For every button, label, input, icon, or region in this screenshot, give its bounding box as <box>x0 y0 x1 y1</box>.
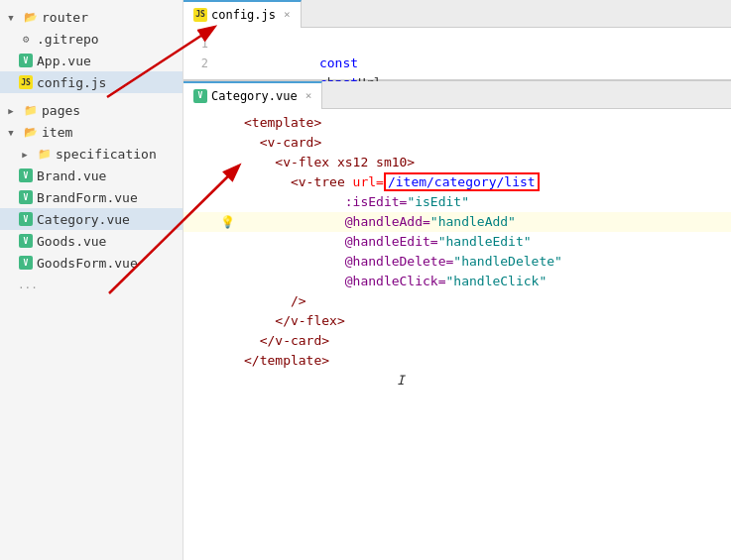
sidebar-item-configjs[interactable]: JS config.js <box>0 71 183 93</box>
code-line-handledelete: @handleDelete="handleDelete" <box>183 252 731 272</box>
bind-handleedit-val: "handleEdit" <box>438 234 532 249</box>
sidebar-item-goodsformvue[interactable]: V GoodsForm.vue <box>0 252 183 274</box>
sidebar-item-brandvue[interactable]: V Brand.vue <box>0 165 183 186</box>
sidebar-label-goodsformvue: GoodsForm.vue <box>37 256 138 271</box>
sidebar-label-categoryvue: Category.vue <box>37 212 130 227</box>
code-line-2: 2 const config = { <box>183 54 731 73</box>
lc-template: <template> <box>236 113 731 133</box>
sidebar-label-pages: pages <box>42 103 80 118</box>
bulb-icon <box>220 212 235 232</box>
code-line-vcard-close: </v-card> <box>183 331 731 351</box>
code-area-bottom: <template> <v-card> <v-flex xs12 sm10> <box>183 109 731 560</box>
tab-bar-bottom: V Category.vue × <box>183 81 731 109</box>
lc-vflex-close: </v-flex> <box>236 311 731 331</box>
tag-template-open: <template> <box>244 115 321 130</box>
tag-vflex: <v-flex xs12 sm10> <box>275 155 415 169</box>
lc-selfclose: /> <box>236 291 731 311</box>
editor-panel-bottom: V Category.vue × <template> <v-card> <box>183 81 731 560</box>
sidebar-label-appvue: App.vue <box>37 54 91 68</box>
editor-panel-top: JS config.js × 1 const baseUrl = http://… <box>183 0 731 81</box>
attr-url: url= <box>353 174 384 189</box>
gutter-t6 <box>218 212 236 232</box>
vue-tab-icon: V <box>193 89 207 103</box>
lc-handleadd: @handleAdd="handleAdd" <box>236 212 731 232</box>
text-cursor: I <box>397 373 405 388</box>
tab-categoryvue[interactable]: V Category.vue × <box>183 81 322 109</box>
code-line-1: 1 const baseUrl = http://api.liuxiaoai.c… <box>183 34 731 54</box>
sidebar-item-specification[interactable]: specification <box>0 143 183 165</box>
sidebar-item-item[interactable]: item <box>0 121 183 143</box>
gitrepo-icon <box>18 31 34 47</box>
code-line-selfclose: /> <box>183 291 731 311</box>
folder-open-icon <box>23 9 39 25</box>
tab-configjs[interactable]: JS config.js × <box>183 0 302 28</box>
vue-icon-brand: V <box>18 168 34 183</box>
sidebar-label-brandformvue: BrandForm.vue <box>37 190 138 205</box>
chevron-right-icon-spec <box>18 146 34 162</box>
chevron-down-icon-item <box>4 124 20 140</box>
sidebar-label-gitrepo: .gitrepo <box>37 32 99 47</box>
line-num-2: 2 <box>183 54 218 73</box>
bind-handleadd-attr: @handleAdd= <box>345 214 430 229</box>
lc-handleclick: @handleClick="handleClick" <box>236 272 731 291</box>
code-line-vcard: <v-card> <box>183 133 731 153</box>
vue-icon-app: V <box>18 53 34 68</box>
vue-icon-brandform: V <box>18 189 34 205</box>
bind-handleedit-attr: @handleEdit= <box>345 234 438 249</box>
vue-icon-goods: V <box>18 233 34 249</box>
lc-vtree: <v-tree url=/item/category/list <box>236 172 731 192</box>
bind-handleclick-attr: @handleClick= <box>345 274 446 288</box>
js-icon-config: JS <box>18 74 34 90</box>
sidebar-item-brandformvue[interactable]: V BrandForm.vue <box>0 186 183 208</box>
sidebar-label-configjs: config.js <box>37 75 106 90</box>
bind-handleclick-val: "handleClick" <box>446 274 548 288</box>
sidebar-item-router[interactable]: router <box>0 6 183 28</box>
js-tab-icon: JS <box>193 8 207 22</box>
lc-handleedit: @handleEdit="handleEdit" <box>236 232 731 252</box>
tag-vcard-close: </v-card> <box>260 333 329 348</box>
sidebar-item-gitrepo[interactable]: .gitrepo <box>0 28 183 50</box>
sidebar-item-goodsvue[interactable]: V Goods.vue <box>0 230 183 252</box>
bind-isedit-val: "isEdit" <box>407 194 469 209</box>
vue-icon-category: V <box>18 211 34 227</box>
tab-categoryvue-label: Category.vue <box>211 89 298 103</box>
folder-open-icon-item <box>23 124 39 140</box>
code-line-handleadd: @handleAdd="handleAdd" <box>183 212 731 232</box>
code-line-handleclick: @handleClick="handleClick" <box>183 272 731 291</box>
sidebar-item-appvue[interactable]: V App.vue <box>0 50 183 71</box>
lc-vcard: <v-card> <box>236 133 731 153</box>
tag-vtree: <v-tree <box>291 174 345 189</box>
sidebar-more-dots: ... <box>18 279 38 291</box>
sidebar-item-pages[interactable]: pages <box>0 99 183 121</box>
tag-vcard-open: <v-card> <box>260 135 322 150</box>
code-line-template-close: </template> I <box>183 351 731 371</box>
vue-icon-goodsform: V <box>18 255 34 271</box>
lc-vcard-close: </v-card> <box>236 331 731 351</box>
tab-categoryvue-close[interactable]: × <box>305 89 312 102</box>
lc-vflex: <v-flex xs12 sm10> <box>236 153 731 172</box>
code-line-vflex-close: </v-flex> <box>183 311 731 331</box>
tag-selfclose: /> <box>291 293 306 308</box>
sidebar-label-brandvue: Brand.vue <box>37 168 106 183</box>
sidebar-item-categoryvue[interactable]: V Category.vue <box>0 208 183 230</box>
sidebar-item-more: ... <box>0 274 183 295</box>
code-line-isedit: :isEdit="isEdit" <box>183 192 731 212</box>
code-area-top: 1 const baseUrl = http://api.liuxiaoai.c… <box>183 28 731 79</box>
chevron-right-icon-pages <box>4 102 20 118</box>
code-line-handleedit: @handleEdit="handleEdit" <box>183 232 731 252</box>
code-line-vflex: <v-flex xs12 sm10> <box>183 153 731 172</box>
sidebar-label-specification: specification <box>56 147 157 162</box>
tab-bar-top: JS config.js × <box>183 0 731 28</box>
main-content: JS config.js × 1 const baseUrl = http://… <box>183 0 731 560</box>
sidebar-label-goodsvue: Goods.vue <box>37 234 106 249</box>
sidebar-label-router: router <box>42 10 88 25</box>
lc-template-close: </template> I <box>236 351 731 410</box>
tag-vflex-close: </v-flex> <box>275 313 344 328</box>
tab-configjs-close[interactable]: × <box>284 8 291 21</box>
tab-configjs-label: config.js <box>211 8 276 22</box>
sidebar: router .gitrepo V App.vue JS config.js <box>0 0 183 560</box>
sidebar-label-item: item <box>42 125 72 140</box>
bind-handleadd-val: "handleAdd" <box>430 214 516 229</box>
tag-template-close: </template> <box>244 353 329 368</box>
sidebar-section-router: router .gitrepo V App.vue JS config.js <box>0 6 183 93</box>
